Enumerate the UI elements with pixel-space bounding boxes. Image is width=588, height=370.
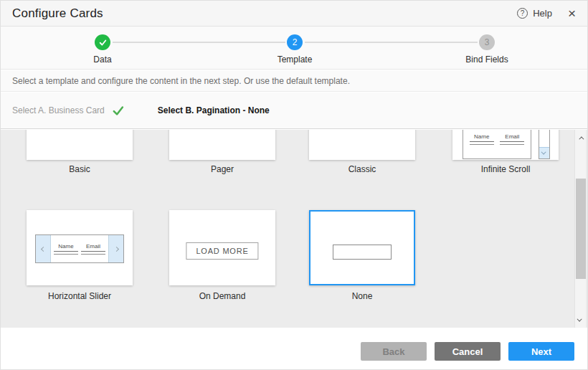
step-template-number: 2 [287, 34, 303, 50]
horizontal-slider-preview: Name Email [35, 234, 124, 263]
template-card-horizontal-slider[interactable]: Name Email [27, 210, 133, 285]
preview-scrollbar [539, 130, 550, 159]
step-data-label: Data [60, 54, 146, 65]
preview-email-label: Email [505, 133, 519, 140]
preview-prev-icon [36, 235, 51, 262]
load-more-preview-button: LOAD MORE [186, 242, 258, 260]
vertical-scrollbar [574, 130, 586, 328]
close-icon[interactable]: × [568, 6, 576, 20]
instruction-text: Select a template and configure the cont… [12, 76, 350, 86]
template-card-none[interactable] [309, 210, 415, 285]
next-button[interactable]: Next [508, 342, 574, 361]
template-label-infinite-scroll: Infinite Scroll [452, 164, 559, 174]
scroll-down-arrow[interactable] [575, 314, 586, 326]
dialog-header: Configure Cards ? Help × [1, 1, 587, 27]
help-icon[interactable]: ? [517, 8, 528, 19]
infinite-scroll-preview: Name Email [463, 130, 531, 159]
step-data[interactable]: Data [60, 34, 146, 65]
preview-name-label: Name [58, 243, 73, 250]
step-template-label: Template [252, 54, 338, 65]
instruction-row: Select a template and configure the cont… [1, 70, 587, 92]
preview-name-label: Name [474, 133, 489, 140]
template-label-basic: Basic [27, 164, 133, 174]
template-card-pager[interactable] [169, 130, 275, 160]
select-a-business-card[interactable]: Select A. Business Card [12, 105, 105, 115]
template-card-classic[interactable] [309, 130, 415, 160]
preview-scroll-down-icon [539, 147, 549, 158]
template-label-on-demand: On Demand [169, 291, 275, 301]
page-title: Configure Cards [12, 6, 103, 21]
scroll-up-arrow[interactable] [575, 132, 586, 143]
back-button[interactable]: Back [361, 342, 427, 361]
wizard-stepper: Data 2 Template 3 Bind Fields [1, 27, 587, 70]
dialog-footer: Back Cancel Next [1, 328, 587, 370]
selection-summary-row: Select A. Business Card Select B. Pagina… [1, 92, 587, 129]
step-bind-fields-number: 3 [479, 34, 495, 50]
step-template[interactable]: 2 Template [252, 34, 338, 65]
configure-cards-dialog: Configure Cards ? Help × Data 2 Template… [0, 0, 588, 370]
cancel-button[interactable]: Cancel [435, 342, 501, 361]
scrollbar-thumb[interactable] [576, 179, 586, 279]
step-data-check-icon [95, 34, 110, 50]
template-label-classic: Classic [309, 164, 415, 174]
step-bind-fields-label: Bind Fields [444, 54, 530, 65]
template-grid: Name Email Basic Pager Classic Infinite … [1, 130, 587, 328]
help-button[interactable]: Help [533, 8, 552, 19]
template-card-basic[interactable] [27, 130, 133, 160]
preview-name-column: Name [54, 243, 78, 255]
select-b-pagination[interactable]: Select B. Pagination - None [158, 105, 270, 115]
none-preview-rect [333, 245, 392, 260]
header-actions: ? Help × [517, 6, 576, 20]
step-bind-fields[interactable]: 3 Bind Fields [444, 34, 530, 65]
preview-email-column: Email [81, 243, 105, 255]
preview-name-column: Name [470, 133, 494, 158]
template-label-none: None [309, 291, 415, 301]
template-label-horizontal-slider: Horizontal Slider [27, 291, 133, 301]
business-card-done-check-icon [112, 105, 124, 117]
preview-next-icon [108, 235, 123, 262]
template-label-pager: Pager [169, 164, 275, 174]
preview-email-label: Email [86, 243, 100, 250]
template-card-on-demand[interactable]: LOAD MORE [169, 210, 275, 285]
preview-email-column: Email [500, 133, 524, 158]
template-card-infinite-scroll[interactable]: Name Email [452, 130, 559, 160]
